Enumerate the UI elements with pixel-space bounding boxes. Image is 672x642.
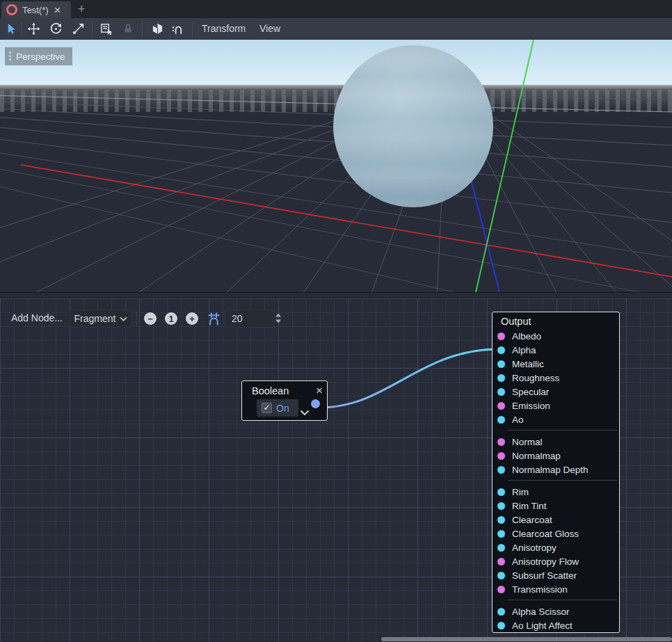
port-label: Subsurf Scatter: [512, 570, 577, 581]
select-tool-icon[interactable]: [3, 22, 17, 35]
port-dot[interactable]: [497, 488, 505, 496]
node-boolean-titlebar[interactable]: Boolean ×: [242, 381, 327, 399]
node-output-titlebar[interactable]: Output: [493, 312, 619, 329]
port-dot[interactable]: [497, 388, 505, 396]
shader-graph-canvas[interactable]: Add Node... Fragment − 1 + 20: [0, 298, 672, 642]
port-label: Normal: [512, 437, 543, 447]
output-port-row-normal: Normal: [493, 435, 619, 449]
tab-close-icon[interactable]: ×: [54, 4, 61, 16]
graph-toolbar-separator: [136, 312, 137, 326]
output-port-row-rim-tint: Rim Tint: [493, 499, 619, 513]
output-port-row-rim: Rim: [493, 485, 619, 499]
node-output[interactable]: Output AlbedoAlphaMetallicRoughnessSpecu…: [492, 312, 620, 633]
output-port-row-ao: Ao: [493, 412, 619, 426]
port-dot[interactable]: [497, 332, 505, 340]
port-label: Ao: [512, 415, 524, 425]
port-label: Normalmap Depth: [512, 465, 589, 475]
port-dot[interactable]: [497, 402, 505, 410]
tab-label: Test(*): [22, 5, 49, 15]
output-port-row-normalmap: Normalmap: [493, 449, 619, 463]
horizontal-scrollbar[interactable]: [381, 637, 672, 641]
boolean-on-label: On: [276, 403, 289, 414]
output-port-row-normalmap-depth: Normalmap Depth: [493, 463, 619, 476]
port-dot[interactable]: [497, 516, 505, 524]
y-axis-green: [476, 40, 534, 292]
port-dot[interactable]: [497, 502, 505, 510]
add-node-button[interactable]: Add Node...: [11, 312, 63, 323]
node-close-icon[interactable]: ×: [316, 385, 323, 396]
lock-icon[interactable]: [121, 22, 135, 35]
panel-splitter[interactable]: [0, 292, 672, 298]
move-tool-icon[interactable]: [26, 22, 40, 35]
port-dot[interactable]: [497, 622, 505, 629]
port-label: Anisotropy: [512, 543, 557, 553]
port-dot[interactable]: [497, 374, 505, 382]
port-separator: [508, 600, 617, 600]
port-dot[interactable]: [497, 586, 505, 593]
port-dot[interactable]: [497, 346, 505, 354]
zoom-out-button[interactable]: −: [144, 312, 157, 325]
grip-dots-icon: [9, 51, 11, 54]
toolbar-separator: [92, 22, 93, 35]
menu-view[interactable]: View: [259, 22, 280, 35]
scene-circle-icon: [6, 4, 17, 15]
shader-mode-label: Fragment: [74, 313, 116, 324]
port-dot[interactable]: [497, 558, 505, 565]
local-space-cube-icon[interactable]: [150, 22, 164, 35]
menu-transform[interactable]: Transform: [202, 22, 246, 35]
output-port-row-clearcoat: Clearcoat: [493, 513, 619, 527]
port-dot[interactable]: [497, 452, 505, 460]
port-dot[interactable]: [497, 438, 505, 446]
output-port-row-specular: Specular: [493, 385, 619, 399]
port-label: Alpha Scissor: [512, 607, 570, 617]
sphere-mesh[interactable]: [333, 45, 493, 207]
output-port-row-clearcoat-gloss: Clearcoat Gloss: [493, 527, 619, 540]
spinbox-stepper-icon[interactable]: [274, 312, 282, 324]
output-port-row-transmission: Transmission: [493, 582, 619, 596]
port-dot[interactable]: [497, 360, 505, 368]
spatial-toolbar: Transform View: [0, 18, 672, 40]
port-label: Normalmap: [512, 451, 561, 461]
output-port-row-albedo: Albedo: [493, 329, 619, 343]
snap-grid-icon[interactable]: [207, 312, 221, 326]
port-label: Roughness: [512, 373, 559, 383]
port-dot[interactable]: [497, 572, 505, 579]
chevron-down-icon: [300, 406, 310, 419]
output-port-row-alpha-scissor: Alpha Scissor: [493, 604, 619, 618]
snap-distance-value: 20: [232, 313, 243, 324]
output-port-row-roughness: Roughness: [493, 371, 619, 385]
boolean-checkbox[interactable]: ✓: [262, 403, 272, 413]
output-port-row-metallic: Metallic: [493, 357, 619, 371]
port-dot[interactable]: [497, 544, 505, 552]
port-label: Clearcoat: [512, 515, 552, 525]
port-dot[interactable]: [497, 466, 505, 474]
node-boolean[interactable]: Boolean × ✓ On: [241, 380, 328, 421]
port-dot[interactable]: [497, 416, 505, 424]
boolean-output-port[interactable]: [311, 399, 320, 408]
new-tab-button[interactable]: +: [74, 2, 89, 16]
list-select-icon[interactable]: [99, 22, 113, 35]
shader-mode-dropdown[interactable]: Fragment: [70, 310, 132, 328]
port-dot[interactable]: [497, 608, 505, 616]
snap-3d-magnet-icon[interactable]: [170, 22, 184, 35]
port-label: Metallic: [512, 359, 544, 369]
viewport-3d[interactable]: Perspective: [0, 40, 672, 292]
snap-distance-spinbox[interactable]: 20: [225, 310, 273, 328]
port-label: Transmission: [512, 584, 568, 595]
output-port-row-emission: Emission: [493, 399, 619, 412]
scale-tool-icon[interactable]: [71, 22, 85, 35]
port-label: Rim Tint: [512, 501, 547, 511]
output-port-row-alpha: Alpha: [493, 343, 619, 357]
perspective-menu-button[interactable]: Perspective: [5, 47, 72, 65]
port-label: Clearcoat Gloss: [512, 529, 579, 539]
zoom-in-button[interactable]: +: [186, 312, 198, 325]
ground-grid-and-axes: [0, 40, 672, 292]
rotate-tool-icon[interactable]: [49, 22, 63, 35]
port-label: Ao Light Affect: [512, 620, 573, 631]
output-port-list: AlbedoAlphaMetallicRoughnessSpecularEmis…: [493, 329, 619, 632]
port-dot[interactable]: [497, 530, 505, 538]
tab-test-scene[interactable]: Test(*) ×: [1, 1, 71, 18]
zoom-reset-button[interactable]: 1: [165, 312, 177, 325]
output-port-row-ao-light-affect: Ao Light Affect: [493, 618, 619, 632]
output-port-row-anisotropy-flow: Anisotropy Flow: [493, 554, 619, 568]
